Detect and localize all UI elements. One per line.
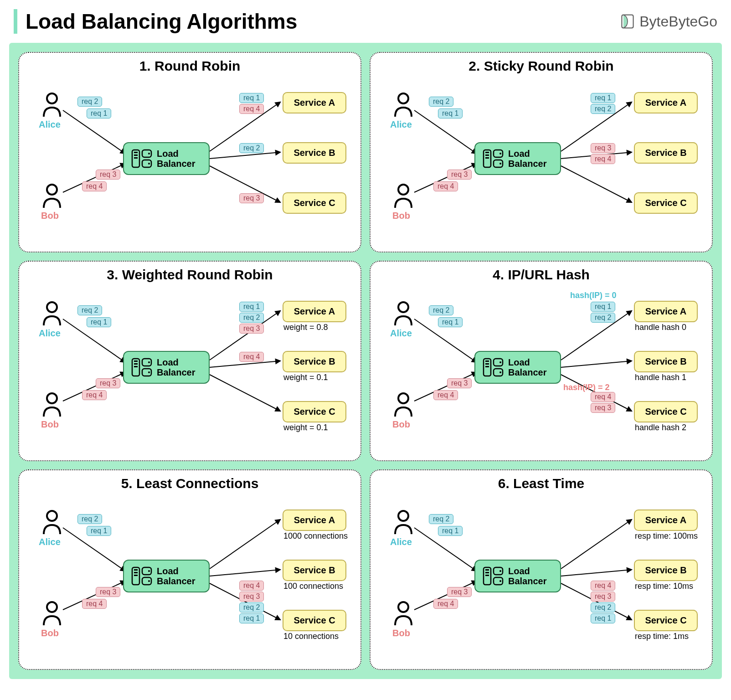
service-c: Service C [283,401,346,422]
req-tag: req 2 [429,514,453,524]
svg-marker-5 [275,102,280,107]
bob-label: Bob [41,419,59,430]
svg-marker-109 [627,616,632,620]
svg-rect-14 [134,154,138,156]
svg-marker-69 [627,407,632,411]
user-bob [392,392,414,419]
svg-rect-54 [134,363,138,365]
svg-rect-115 [485,575,489,576]
req-tag: req 1 [87,526,111,536]
header: Load Balancing Algorithms ByteByteGo [9,9,722,34]
diagram: AliceBobreq 2req 1req 3req 4LoadBalancer… [379,78,704,247]
svg-point-30 [398,93,408,103]
req-tag: req 3 [447,378,472,388]
service-a: Service A [634,301,698,322]
load-balancer: LoadBalancer [123,351,210,384]
req-tag: req 4 [82,181,107,191]
svg-line-104 [561,520,632,569]
route-tag: req 4 [239,104,264,114]
route-tag: req 2 [239,313,264,323]
service-note: weight = 0.1 [283,373,328,382]
svg-point-97 [148,570,150,572]
service-note: weight = 0.8 [283,323,328,332]
route-tag: req 2 [239,602,264,612]
svg-point-31 [398,185,408,195]
route-tag: req 3 [239,324,264,334]
diagram: AliceBobreq 2req 1req 3req 4LoadBalancer… [379,287,704,456]
alice-label: Alice [390,328,412,339]
svg-point-77 [499,361,501,363]
req-tag: req 4 [82,390,107,400]
route-tag: req 3 [239,592,264,602]
svg-point-57 [148,361,150,363]
algorithm-card: 5. Least ConnectionsAliceBobreq 2req 1re… [18,469,361,670]
user-bob [41,601,63,628]
svg-point-37 [499,153,501,154]
service-a: Service A [634,92,698,113]
bob-label: Bob [41,211,59,221]
card-title: 4. IP/URL Hash [379,267,704,283]
alice-label: Alice [39,328,61,339]
svg-rect-34 [485,154,489,156]
req-tag: req 3 [96,378,120,388]
svg-marker-47 [276,359,280,364]
user-bob [41,183,63,211]
svg-point-79 [499,371,501,373]
svg-rect-55 [134,366,138,367]
svg-rect-74 [485,363,489,365]
svg-point-59 [148,371,150,373]
service-c: Service C [634,192,698,214]
svg-point-11 [47,185,57,195]
green-panel: 1. Round RobinAliceBobreq 2req 1req 3req… [9,43,722,679]
page-title: Load Balancing Algorithms [26,9,297,34]
svg-marker-29 [627,198,632,202]
brand-logo: ByteByteGo [619,13,717,30]
service-a: Service A [283,510,346,531]
svg-rect-114 [485,572,489,573]
card-title: 2. Sticky Round Robin [379,58,704,74]
card-title: 6. Least Time [379,476,704,491]
route-tag: req 1 [239,613,264,623]
route-tag: req 1 [239,93,264,103]
svg-marker-49 [275,407,280,411]
service-note: 10 connections [283,632,339,641]
service-c: Service C [283,192,346,214]
svg-point-19 [148,163,150,165]
alice-label: Alice [390,119,412,130]
svg-point-91 [47,602,57,612]
diagram: AliceBobreq 2req 1req 3req 4LoadBalancer… [27,496,352,664]
req-tag: req 4 [82,599,107,609]
route-tag: req 1 [591,302,615,312]
hash-label-bob: hash(IP) = 2 [563,383,610,392]
load-balancer: LoadBalancer [123,142,210,175]
svg-marker-67 [627,359,632,364]
bob-label: Bob [41,628,59,638]
bob-label: Bob [392,628,410,638]
svg-rect-35 [485,157,489,159]
svg-marker-45 [275,311,280,315]
brand-icon [619,13,636,30]
service-c: Service C [634,401,698,422]
diagram: AliceBobreq 2req 1req 3req 4LoadBalancer… [27,287,352,456]
bob-label: Bob [392,211,410,221]
req-tag: req 3 [447,587,472,597]
svg-rect-13 [134,152,138,153]
req-tag: req 3 [96,170,120,180]
svg-line-28 [561,166,632,202]
req-tag: req 2 [77,305,102,315]
route-tag: req 3 [591,143,615,153]
req-tag: req 1 [438,526,463,536]
load-balancer: LoadBalancer [474,351,561,384]
svg-point-99 [148,580,150,582]
service-note: resp time: 10ms [635,582,693,591]
service-b: Service B [283,142,346,164]
req-tag: req 2 [77,514,102,524]
user-alice [392,301,414,328]
route-tag: req 2 [591,104,615,114]
svg-marker-9 [275,198,280,202]
user-bob [392,183,414,211]
load-balancer: LoadBalancer [123,560,210,592]
route-tag: req 4 [591,581,615,591]
svg-rect-94 [134,572,138,573]
svg-point-10 [47,93,57,103]
